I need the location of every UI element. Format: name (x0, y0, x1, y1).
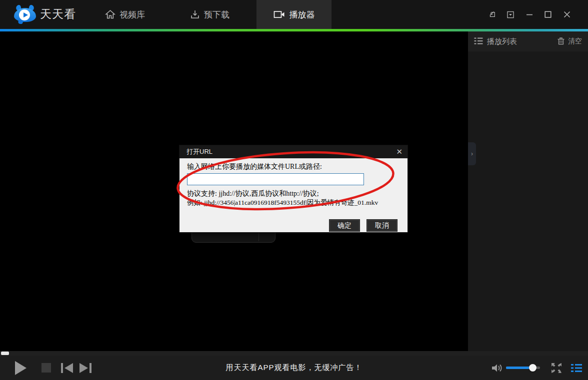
dialog-titlebar[interactable]: 打开URL ✕ (180, 145, 408, 158)
fullscreen-button[interactable] (550, 356, 563, 380)
playlist-sidebar: 播放列表 清空 › 范伟 (468, 31, 588, 351)
video-camera-icon (274, 10, 286, 19)
titlebar: 天天看 视频库 预下载 播放器 (0, 0, 588, 29)
clear-playlist-button[interactable]: 清空 (558, 37, 582, 46)
volume-slider[interactable] (506, 367, 540, 369)
example-text: 例如: jjhd://3456|a11ca0916918f5493155df|因… (187, 198, 378, 207)
playlist-toggle-button[interactable] (570, 356, 583, 380)
clear-label: 清空 (568, 37, 582, 46)
url-input-label: 输入网络上你要播放的媒体文件URL或路径: (187, 162, 322, 171)
tab-predownload[interactable]: 预下载 (190, 0, 230, 29)
tab-video-library[interactable]: 视频库 (105, 0, 145, 29)
app-logo[interactable]: 天天看 (14, 4, 76, 23)
playlist-header: 播放列表 清空 (468, 31, 588, 51)
cancel-button[interactable]: 取消 (367, 220, 397, 231)
dialog-title: 打开URL (186, 147, 212, 156)
mini-mode-button[interactable] (488, 0, 496, 29)
tab-label: 预下载 (204, 9, 230, 20)
seek-bar[interactable] (0, 351, 588, 356)
home-icon (105, 9, 116, 19)
maximize-button[interactable] (544, 0, 552, 29)
minimize-button[interactable] (526, 0, 533, 29)
app-window: 天天看 视频库 预下载 播放器 (0, 0, 588, 380)
seek-handle[interactable] (1, 352, 9, 355)
sidebar-collapse-handle[interactable]: › (468, 142, 476, 165)
ok-button[interactable]: 确定 (330, 220, 360, 231)
protocol-support-text: 协议支持: jjhd://协议,西瓜协议和http://协议; (187, 189, 319, 198)
close-button[interactable] (564, 0, 570, 29)
volume-knob[interactable] (529, 364, 536, 372)
url-input[interactable] (187, 173, 364, 185)
app-logo-icon (14, 4, 36, 23)
download-icon (190, 9, 200, 19)
playlist-title: 播放列表 (487, 37, 517, 46)
tab-player-active[interactable]: 播放器 (256, 0, 332, 29)
player-control-bar: 用天天看APP观看电影，无缓冲广告！ (0, 356, 588, 380)
main-menu-button[interactable] (507, 0, 514, 29)
tab-label: 视频库 (120, 9, 145, 20)
volume-icon[interactable] (490, 356, 504, 380)
open-url-dialog: 打开URL ✕ 输入网络上你要播放的媒体文件URL或路径: 协议支持: jjhd… (179, 145, 408, 233)
app-logo-text: 天天看 (40, 6, 76, 22)
trash-icon (558, 37, 564, 46)
chevron-right-icon: › (471, 150, 473, 157)
tab-label: 播放器 (290, 9, 315, 20)
playlist-icon (474, 37, 483, 46)
dialog-close-icon[interactable]: ✕ (396, 145, 402, 158)
